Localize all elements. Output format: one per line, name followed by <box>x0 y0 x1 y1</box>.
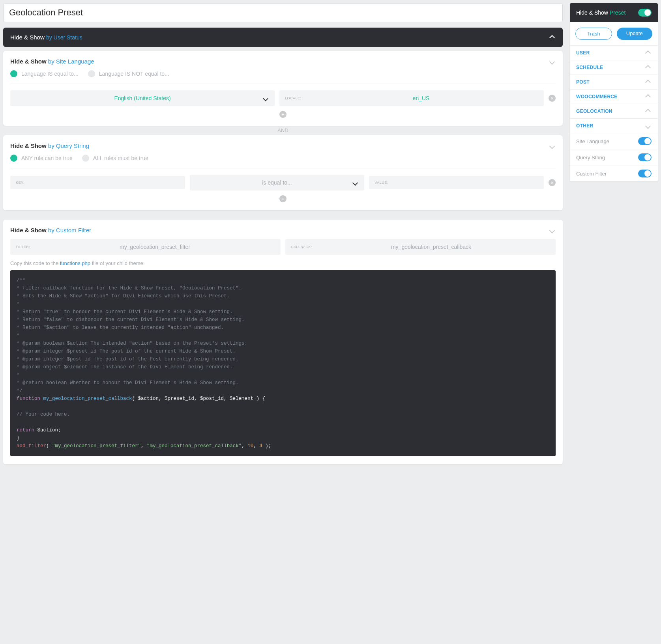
callback-name-input[interactable]: CALLBACK: my_geolocation_preset_callback <box>285 239 556 255</box>
accordion-other[interactable]: OTHER <box>570 119 658 133</box>
radio-language-is-not[interactable]: Language IS NOT equal to... <box>88 70 169 77</box>
trash-button[interactable]: Trash <box>575 28 612 40</box>
accordion-user[interactable]: USER <box>570 46 658 60</box>
language-select[interactable]: English (United States) <box>10 90 275 106</box>
help-text: Copy this code to the functions.php file… <box>10 260 556 266</box>
chevron-down-icon[interactable] <box>550 143 556 149</box>
query-operator-select[interactable]: is equal to... <box>190 175 365 190</box>
chevron-up-icon[interactable] <box>550 35 556 40</box>
sidebar: Hide & Show Preset Trash Update USER SCH… <box>570 3 658 181</box>
main-column: Hide & Show by User Status Hide & Show b… <box>3 3 563 464</box>
query-value-input[interactable]: VALUE: <box>369 176 544 189</box>
locale-field[interactable]: LOCALE: en_US <box>279 90 544 106</box>
radio-any-rule[interactable]: ANY rule can be true <box>10 155 73 162</box>
connector <box>3 210 563 220</box>
chevron-up-icon <box>646 108 652 114</box>
accordion-geolocation[interactable]: GEOLOCATION <box>570 104 658 119</box>
preset-title-input[interactable] <box>3 3 563 22</box>
sub-custom-filter: Custom Filter <box>570 166 658 181</box>
chevron-down-icon <box>353 180 359 185</box>
accordion-post[interactable]: POST <box>570 75 658 90</box>
panel-suffix: by Site Language <box>48 58 94 65</box>
toggle-site-language[interactable] <box>638 137 652 145</box>
chevron-up-icon <box>646 50 652 56</box>
add-rule-button[interactable]: + <box>279 111 286 118</box>
preset-enable-toggle[interactable] <box>638 9 652 17</box>
accordion-woocommerce[interactable]: WOOCOMMERCE <box>570 90 658 104</box>
chevron-down-icon[interactable] <box>550 59 556 64</box>
accordion-schedule[interactable]: SCHEDULE <box>570 60 658 75</box>
panel-site-language: Hide & Show by Site Language Language IS… <box>3 51 563 126</box>
functions-php-link[interactable]: functions.php <box>60 260 90 266</box>
panel-suffix: by Custom Filter <box>48 227 91 233</box>
panel-suffix: by Query String <box>48 142 89 149</box>
code-block: /** * Filter callback function for the H… <box>10 270 556 456</box>
panel-custom-filter: Hide & Show by Custom Filter FILTER: my_… <box>3 220 563 464</box>
chevron-down-icon <box>646 123 652 129</box>
radio-dot-icon <box>10 70 17 77</box>
update-button[interactable]: Update <box>617 28 653 40</box>
query-key-input[interactable]: KEY: <box>10 176 185 189</box>
toggle-query-string[interactable] <box>638 153 652 161</box>
toggle-custom-filter[interactable] <box>638 170 652 177</box>
chevron-up-icon <box>646 65 652 70</box>
panel-prefix: Hide & Show <box>10 227 48 233</box>
panel-query-string: Hide & Show by Query String ANY rule can… <box>3 135 563 210</box>
sub-query-string: Query String <box>570 149 658 166</box>
chevron-up-icon <box>646 79 652 85</box>
panel-prefix: Hide & Show <box>10 34 46 41</box>
radio-dot-icon <box>82 155 89 162</box>
panel-prefix: Hide & Show <box>10 58 48 65</box>
remove-rule-button[interactable]: ✕ <box>549 95 556 102</box>
radio-all-rules[interactable]: ALL rules must be true <box>82 155 148 162</box>
panel-user-status[interactable]: Hide & Show by User Status <box>3 28 563 47</box>
filter-name-input[interactable]: FILTER: my_geolocation_preset_filter <box>10 239 281 255</box>
chevron-down-icon <box>264 95 269 101</box>
connector-and: AND <box>3 126 563 135</box>
remove-rule-button[interactable]: ✕ <box>549 179 556 186</box>
radio-dot-icon <box>10 155 17 162</box>
sidebar-header: Hide & Show Preset <box>570 3 658 22</box>
panel-prefix: Hide & Show <box>10 142 48 149</box>
chevron-down-icon[interactable] <box>550 228 556 233</box>
radio-dot-icon <box>88 70 95 77</box>
panel-suffix: by User Status <box>46 34 82 41</box>
radio-language-is[interactable]: Language IS equal to... <box>10 70 79 77</box>
add-rule-button[interactable]: + <box>279 195 286 202</box>
chevron-up-icon <box>646 94 652 99</box>
sub-site-language: Site Language <box>570 133 658 149</box>
